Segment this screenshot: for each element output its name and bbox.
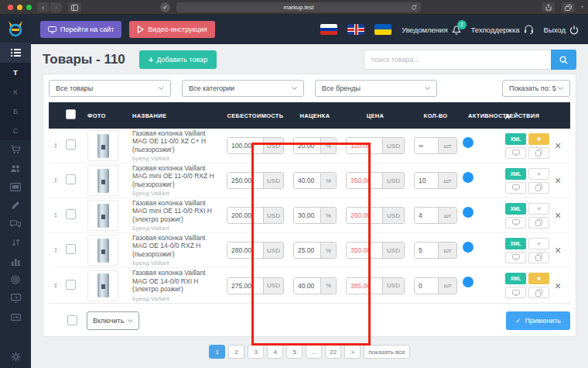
minimize-window-button[interactable] bbox=[17, 5, 22, 10]
search-button[interactable] bbox=[551, 50, 576, 70]
page-button-2[interactable]: 2 bbox=[228, 345, 244, 359]
favorite-star-button[interactable]: ★ bbox=[528, 133, 549, 145]
sidebar-item-catalog[interactable] bbox=[0, 43, 31, 63]
ukraine-flag-icon[interactable] bbox=[374, 24, 391, 35]
search-input[interactable] bbox=[364, 50, 551, 70]
drag-handle[interactable]: ▲▼ bbox=[50, 212, 61, 218]
select-all-checkbox[interactable] bbox=[66, 109, 76, 119]
logout-link[interactable]: Выход bbox=[544, 25, 579, 35]
browser-back-button[interactable]: ‹ bbox=[37, 2, 49, 12]
copy-button[interactable] bbox=[528, 182, 549, 194]
tab-overview-button[interactable] bbox=[562, 2, 575, 12]
notifications-link[interactable]: Уведомления 2 bbox=[402, 25, 460, 35]
sidebar-item-banners[interactable] bbox=[0, 177, 31, 196]
drag-handle[interactable]: ▲▼ bbox=[50, 177, 61, 184]
sidebar-item-orders[interactable] bbox=[0, 140, 31, 159]
row-checkbox[interactable] bbox=[66, 280, 76, 290]
sidebar-item-brands[interactable]: Б bbox=[0, 101, 31, 121]
drag-handle[interactable]: ▲▼ bbox=[50, 283, 61, 289]
sidebar-item-properties[interactable]: С bbox=[0, 121, 31, 140]
page-button-1[interactable]: 1 bbox=[209, 345, 225, 359]
sidebar-item-marketing[interactable] bbox=[0, 270, 31, 289]
row-checkbox[interactable] bbox=[66, 139, 76, 150]
price-input[interactable] bbox=[347, 278, 382, 294]
close-window-button[interactable] bbox=[8, 5, 13, 10]
filter-categories-select[interactable]: Все категории bbox=[182, 80, 304, 97]
uk-flag-icon[interactable] bbox=[347, 24, 364, 35]
sidebar-item-content[interactable] bbox=[0, 196, 31, 215]
delete-row-button[interactable]: × bbox=[555, 139, 561, 152]
favorite-star-button[interactable]: ★ bbox=[528, 203, 549, 215]
sidebar-item-widgets[interactable] bbox=[0, 308, 31, 326]
delete-row-button[interactable]: × bbox=[555, 209, 561, 222]
markup-input[interactable] bbox=[294, 208, 320, 223]
drag-handle[interactable]: ▲▼ bbox=[50, 143, 61, 149]
cost-input[interactable] bbox=[227, 278, 263, 294]
qty-input[interactable] bbox=[415, 242, 438, 258]
xml-button[interactable]: XML bbox=[505, 168, 526, 180]
bulk-action-select[interactable]: Включить bbox=[87, 311, 139, 330]
preview-button[interactable] bbox=[505, 217, 526, 229]
address-bar[interactable]: markup.test bbox=[176, 2, 421, 12]
site-badge-icon[interactable]: ✓ bbox=[160, 2, 170, 12]
qty-input[interactable] bbox=[415, 173, 438, 188]
row-checkbox[interactable] bbox=[66, 174, 76, 184]
qty-input[interactable] bbox=[415, 278, 438, 294]
russia-flag-icon[interactable] bbox=[320, 24, 337, 35]
sidebar-item-products[interactable]: Т bbox=[0, 63, 31, 82]
app-logo[interactable] bbox=[0, 15, 31, 43]
sidebar-item-categories[interactable]: К bbox=[0, 82, 31, 101]
price-input[interactable] bbox=[347, 173, 382, 188]
zoom-window-button[interactable] bbox=[26, 5, 32, 10]
share-button[interactable] bbox=[542, 2, 555, 12]
page-button-22[interactable]: 22 bbox=[325, 345, 341, 359]
price-input[interactable] bbox=[347, 138, 382, 153]
markup-input[interactable] bbox=[294, 173, 320, 188]
per-page-select[interactable]: Показать по: 5 bbox=[502, 80, 570, 97]
xml-button[interactable]: XML bbox=[505, 273, 526, 284]
favorite-star-button[interactable]: ★ bbox=[528, 238, 549, 249]
page-button-3[interactable]: 3 bbox=[248, 345, 264, 359]
price-input[interactable] bbox=[347, 208, 382, 223]
favorite-star-button[interactable]: ★ bbox=[528, 273, 549, 284]
page-ellipsis[interactable]: ... bbox=[306, 345, 322, 359]
xml-button[interactable]: XML bbox=[505, 238, 526, 249]
page-button-5[interactable]: 5 bbox=[286, 345, 303, 359]
support-link[interactable]: Техподдержка bbox=[471, 25, 534, 34]
delete-row-button[interactable]: × bbox=[555, 174, 561, 187]
bulk-checkbox[interactable] bbox=[67, 315, 77, 325]
cost-input[interactable] bbox=[227, 138, 263, 153]
preview-button[interactable] bbox=[505, 147, 526, 159]
browser-forward-button[interactable]: › bbox=[50, 2, 62, 12]
copy-button[interactable] bbox=[528, 287, 549, 298]
new-tab-button[interactable]: + bbox=[580, 3, 584, 11]
copy-button[interactable] bbox=[528, 252, 549, 263]
filter-brands-select[interactable]: Все бренды bbox=[315, 80, 437, 97]
markup-input[interactable] bbox=[294, 138, 320, 153]
favorite-star-button[interactable]: ★ bbox=[528, 168, 549, 180]
sidebar-item-settings[interactable] bbox=[0, 345, 31, 368]
go-to-site-button[interactable]: Перейти на сайт bbox=[40, 21, 121, 38]
cost-input[interactable] bbox=[227, 173, 263, 188]
row-checkbox[interactable] bbox=[66, 244, 76, 254]
sidebar-item-design[interactable] bbox=[0, 289, 31, 308]
sidebar-item-statistics[interactable] bbox=[0, 252, 31, 270]
delete-row-button[interactable]: × bbox=[555, 280, 561, 292]
preview-button[interactable] bbox=[505, 182, 526, 194]
cost-input[interactable] bbox=[227, 208, 263, 223]
row-checkbox[interactable] bbox=[66, 209, 76, 219]
delete-row-button[interactable]: × bbox=[555, 244, 561, 256]
reload-icon[interactable] bbox=[411, 4, 417, 11]
xml-button[interactable]: XML bbox=[505, 133, 526, 145]
page-button-4[interactable]: 4 bbox=[267, 345, 283, 359]
price-input[interactable] bbox=[347, 242, 382, 258]
preview-button[interactable] bbox=[505, 252, 526, 263]
add-product-button[interactable]: + Добавить товар bbox=[139, 50, 217, 69]
apply-button[interactable]: ✓ Применить bbox=[506, 311, 570, 330]
sidebar-item-clients[interactable] bbox=[0, 159, 31, 177]
xml-button[interactable]: XML bbox=[505, 203, 526, 215]
sidebar-item-reviews[interactable] bbox=[0, 215, 31, 233]
markup-input[interactable] bbox=[294, 278, 320, 294]
sidebar-item-import-export[interactable] bbox=[0, 233, 31, 252]
video-instruction-button[interactable]: Видео-инструкция bbox=[129, 21, 214, 38]
